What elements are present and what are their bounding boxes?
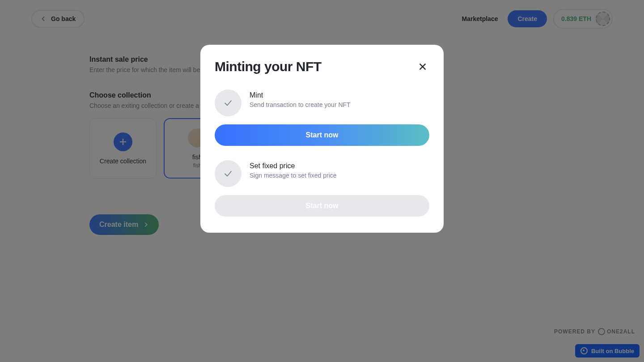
mint-step: Mint Send transaction to create your NFT (215, 89, 429, 116)
close-icon (418, 62, 428, 72)
mint-start-button[interactable]: Start now (215, 124, 429, 146)
mint-step-content: Mint Send transaction to create your NFT (250, 89, 351, 108)
modal-title: Minting your NFT (215, 59, 322, 74)
close-button[interactable] (416, 60, 429, 73)
set-price-start-button: Start now (215, 195, 429, 217)
mint-step-desc: Send transaction to create your NFT (250, 101, 351, 108)
modal-header: Minting your NFT (215, 59, 429, 74)
mint-step-title: Mint (250, 91, 351, 99)
modal-overlay[interactable]: Minting your NFT Mint Send transaction t… (0, 0, 644, 362)
set-price-step-content: Set fixed price Sign message to set fixe… (250, 160, 337, 179)
check-icon (223, 169, 233, 179)
check-icon (223, 98, 233, 108)
set-price-step-icon (215, 160, 242, 187)
set-price-step-title: Set fixed price (250, 162, 337, 170)
mint-step-icon (215, 89, 242, 116)
set-price-step-desc: Sign message to set fixed price (250, 172, 337, 179)
set-price-step: Set fixed price Sign message to set fixe… (215, 160, 429, 187)
minting-modal: Minting your NFT Mint Send transaction t… (200, 45, 444, 233)
